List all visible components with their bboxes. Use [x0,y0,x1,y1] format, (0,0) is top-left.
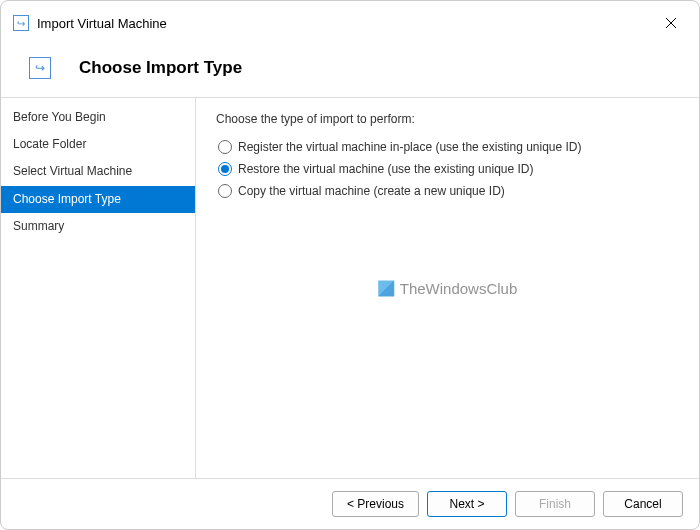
radio-icon [218,162,232,176]
radio-label: Copy the virtual machine (create a new u… [238,184,505,198]
wizard-steps-sidebar: Before You Begin Locate Folder Select Vi… [1,98,196,478]
next-button[interactable]: Next > [427,491,507,517]
import-type-radio-group: Register the virtual machine in-place (u… [218,140,679,198]
radio-copy[interactable]: Copy the virtual machine (create a new u… [218,184,679,198]
close-icon [665,17,677,29]
main-panel: Choose the type of import to perform: Re… [196,98,699,478]
content-area: Before You Begin Locate Folder Select Vi… [1,98,699,478]
radio-restore[interactable]: Restore the virtual machine (use the exi… [218,162,679,176]
app-icon: ↪ [13,15,29,31]
radio-label: Restore the virtual machine (use the exi… [238,162,533,176]
instruction-text: Choose the type of import to perform: [216,112,679,126]
sidebar-item-before-you-begin[interactable]: Before You Begin [1,104,195,131]
sidebar-item-summary[interactable]: Summary [1,213,195,240]
watermark-icon [378,280,394,296]
sidebar-item-select-vm[interactable]: Select Virtual Machine [1,158,195,185]
radio-icon [218,184,232,198]
cancel-button[interactable]: Cancel [603,491,683,517]
finish-button: Finish [515,491,595,517]
titlebar: ↪ Import Virtual Machine [1,1,699,45]
radio-label: Register the virtual machine in-place (u… [238,140,582,154]
radio-icon [218,140,232,154]
sidebar-item-choose-import-type[interactable]: Choose Import Type [1,186,195,213]
close-button[interactable] [655,9,687,37]
button-bar: < Previous Next > Finish Cancel [1,478,699,529]
sidebar-item-locate-folder[interactable]: Locate Folder [1,131,195,158]
radio-register-in-place[interactable]: Register the virtual machine in-place (u… [218,140,679,154]
import-icon: ↪ [29,57,51,79]
watermark: TheWindowsClub [378,280,518,297]
page-title: Choose Import Type [79,58,242,78]
watermark-text: TheWindowsClub [400,280,518,297]
previous-button[interactable]: < Previous [332,491,419,517]
window-title: Import Virtual Machine [37,16,655,31]
wizard-header: ↪ Choose Import Type [1,45,699,98]
